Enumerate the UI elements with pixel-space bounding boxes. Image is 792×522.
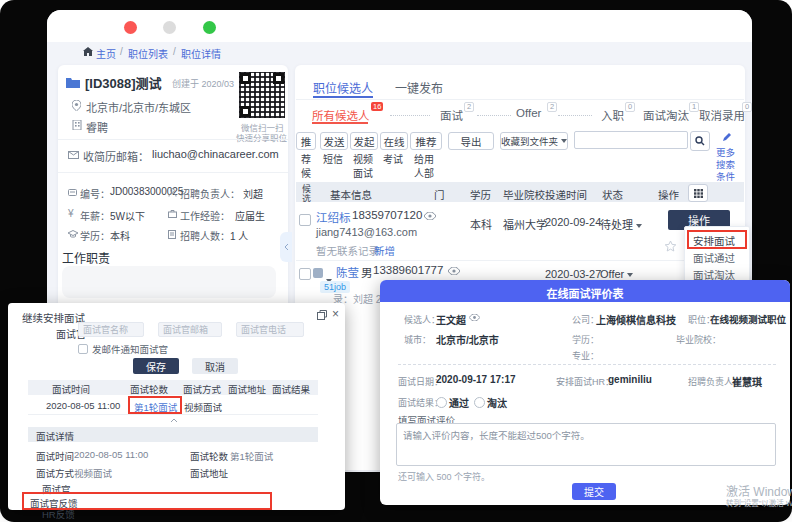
subtab-offer[interactable]: Offer [516, 107, 541, 119]
search-input[interactable] [574, 131, 688, 149]
window-minimize-dot[interactable] [163, 21, 176, 34]
job-created: 创建于 2020/03 [172, 77, 234, 90]
detail-value: 刘超 [243, 186, 263, 201]
toolbar-wrap-text: 给用 [414, 151, 434, 166]
detail-address-label: 面试地址 [190, 466, 228, 480]
menu-item-interview-pass[interactable]: 面试通过 [693, 250, 735, 265]
col-candidate: 候选人 [300, 184, 313, 202]
online-exam-button[interactable]: 在线 [380, 132, 408, 150]
collapse-chevron-icon[interactable] [170, 418, 178, 423]
eye-icon[interactable] [448, 267, 460, 275]
school-label: 毕业院校： [676, 333, 721, 346]
window-close-dot[interactable] [124, 21, 137, 34]
building-icon [72, 120, 82, 130]
source-channel-icon [313, 268, 323, 278]
result-pass-radio[interactable] [436, 397, 447, 408]
notify-interviewer-checkbox[interactable] [78, 344, 88, 354]
detail-method-value: 视频面试 [74, 466, 112, 480]
interviewer-email-input[interactable] [158, 322, 222, 337]
subtab-interview-fail[interactable]: 面试淘汰 [643, 107, 689, 123]
subtab-onboard[interactable]: 入职 [601, 107, 624, 123]
panel-collapse-handle[interactable] [280, 232, 292, 262]
divider [58, 139, 288, 140]
col-apply-date: 投递时间 [545, 187, 587, 202]
export-button[interactable]: 导出 [448, 132, 494, 150]
company-value: 上海倾棋信息科技 [596, 312, 676, 327]
candidate-name-link[interactable]: 陈莹 [336, 264, 359, 280]
col-education: 学历 [470, 187, 491, 202]
candidate-email: jiang7413@163.com [316, 226, 417, 238]
chevron-down-icon [636, 224, 642, 228]
pencil-icon [722, 133, 731, 142]
close-icon[interactable]: × [332, 307, 339, 321]
send-sms-button[interactable]: 发送 [320, 132, 348, 150]
toolbar-wrap-text: 候 [301, 165, 311, 180]
start-video-interview-button[interactable]: 发起 [350, 132, 378, 150]
grid-icon [694, 189, 703, 198]
subtab-badge: 2 [464, 102, 474, 112]
detail-label: 学历： [80, 228, 110, 243]
add-record-link[interactable]: 新增 [374, 243, 395, 258]
restore-window-icon[interactable] [317, 310, 327, 320]
col-interview-address: 面试地址 [228, 382, 266, 396]
breadcrumb-job-list[interactable]: 职位列表 [128, 46, 168, 61]
interviewer-phone-input[interactable] [236, 322, 304, 337]
col-interview-method: 面试方式 [183, 382, 221, 396]
status-dropdown[interactable]: Offer [600, 268, 633, 280]
person-icon [168, 188, 177, 197]
tab-position-candidates[interactable]: 职位候选人 [313, 79, 373, 96]
candidate-value: 王文超 [436, 312, 466, 327]
result-fail-radio[interactable] [474, 397, 485, 408]
subtab-separator [390, 115, 430, 116]
candidate-label: 候选人： [404, 313, 440, 326]
id-icon [68, 188, 77, 197]
subtab-all-candidates[interactable]: 所有候选人 [312, 107, 370, 123]
interview-detail-title: 面试详情 [36, 429, 74, 443]
toolbar-wrap-text: 人部 [414, 165, 434, 180]
breadcrumb-home[interactable]: 主页 [96, 46, 116, 61]
cell-education: 本科 [470, 216, 492, 232]
education-label: 学历： [572, 333, 599, 346]
star-icon[interactable] [664, 240, 677, 253]
schedule-interview-modal: 继续安排面试 × 面试官 发邮件通知面试官 保存 取消 面试时间 面试轮数 面试… [8, 303, 345, 510]
job-duty-box [62, 266, 276, 298]
resume-email-value: liuchao@chinacareer.com [152, 148, 279, 160]
location-pin-icon [72, 100, 81, 111]
detail-time-value: 2020-08-05 11:00 [74, 449, 148, 460]
detail-round-label: 面试轮数 [190, 449, 228, 463]
comment-textarea[interactable] [396, 423, 776, 466]
save-button[interactable]: 保存 [133, 358, 179, 374]
tab-one-click-publish[interactable]: 一键发布 [395, 79, 443, 96]
result-pass-label[interactable]: 通过 [449, 395, 469, 410]
recommend-candidate-button[interactable]: 推 [296, 132, 316, 150]
col-interview-time: 面试时间 [52, 382, 90, 396]
row-checkbox[interactable] [299, 214, 311, 226]
divider [58, 172, 288, 173]
subtab-interview[interactable]: 面试 [440, 107, 463, 123]
cell-school: 福州大学 [503, 216, 547, 232]
eye-icon[interactable] [424, 212, 436, 220]
candidate-name-link[interactable]: 江绍标 [316, 209, 351, 225]
search-button[interactable] [690, 131, 710, 151]
subtab-cancel-offer[interactable]: 取消录用 [699, 107, 745, 123]
windows-activation-watermark-line2: 转到"设置"以激活 Windows。 [726, 497, 792, 508]
column-settings-button[interactable] [688, 184, 708, 202]
interviewer-name-input[interactable] [78, 322, 144, 337]
action-dropdown-menu: 安排面试 面试通过 面试淘汰 [684, 226, 750, 284]
toolbar-wrap-text: 荐 [301, 151, 311, 166]
submit-button[interactable]: 提交 [572, 483, 616, 500]
status-dropdown[interactable]: 待处理 [600, 216, 642, 232]
detail-time-label: 面试时间 [36, 449, 74, 463]
result-fail-label[interactable]: 淘汰 [487, 395, 507, 410]
detail-round-value: 第1轮面试 [230, 449, 273, 463]
city-label: 城市： [404, 333, 431, 346]
window-zoom-dot[interactable] [203, 21, 216, 34]
eye-icon[interactable] [469, 314, 480, 321]
recommend-to-dept-button[interactable]: 推荐 [410, 132, 442, 150]
detail-hr-feedback-label: HR反馈 [42, 507, 75, 521]
row-checkbox[interactable] [299, 268, 311, 280]
subtab-active-underline [312, 122, 368, 124]
save-to-folder-dropdown[interactable]: 收藏到文件夹 [500, 132, 568, 150]
cancel-button[interactable]: 取消 [192, 358, 238, 374]
subtab-badge: 0 [625, 102, 635, 112]
